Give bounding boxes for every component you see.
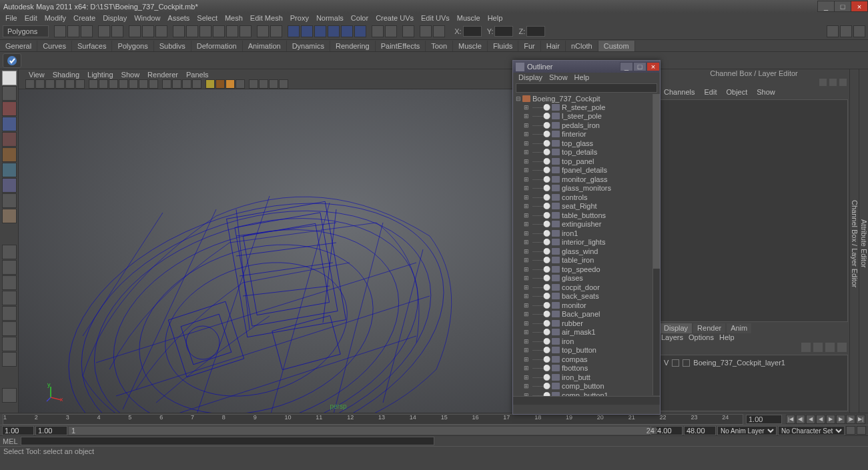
- outliner-item[interactable]: ⊞——⚪rubber: [514, 319, 660, 328]
- shelf-tab-deformation[interactable]: Deformation: [191, 41, 243, 51]
- range-handle[interactable]: 124: [69, 427, 657, 434]
- cb-tab-object[interactable]: Object: [722, 87, 751, 98]
- shelf-tab-fluids[interactable]: Fluids: [488, 41, 518, 51]
- shelf-tab-painteffects[interactable]: PaintEffects: [376, 41, 426, 51]
- outliner-item[interactable]: ⊞——⚪top_glass: [514, 139, 660, 148]
- menu-create-uvs[interactable]: Create UVs: [372, 13, 417, 23]
- vp-ico-2[interactable]: [35, 79, 45, 89]
- open-scene-icon[interactable]: [67, 25, 79, 37]
- vp-ico-5[interactable]: [65, 79, 75, 89]
- render-globals-icon[interactable]: [328, 25, 340, 37]
- outliner-item[interactable]: ⊞——⚪iron: [514, 337, 660, 346]
- prefs-icon[interactable]: [857, 426, 866, 435]
- shelf-tab-animation[interactable]: Animation: [243, 41, 287, 51]
- outliner-toggle-icon[interactable]: [420, 25, 432, 37]
- scale-tool[interactable]: [2, 147, 17, 162]
- outliner-list[interactable]: ⊟ Boeing_737_Cockpit ⊞——⚪R_steer_pole⊞——…: [513, 94, 660, 405]
- history-toggle-icon[interactable]: [270, 25, 282, 37]
- redo-icon[interactable]: [111, 25, 123, 37]
- vpmenu-view[interactable]: View: [25, 71, 48, 79]
- mode-selector[interactable]: Polygons: [3, 25, 49, 37]
- cb-ico2-icon[interactable]: [829, 79, 837, 86]
- outliner-item[interactable]: ⊞——⚪back_seats: [514, 292, 660, 301]
- shelf-tab-dynamics[interactable]: Dynamics: [287, 41, 330, 51]
- outliner-item[interactable]: ⊞——⚪monitor_glass: [514, 175, 660, 184]
- vp-ico-14[interactable]: [162, 79, 171, 89]
- outliner-titlebar[interactable]: Outliner _ □ ×: [513, 61, 660, 73]
- select-component-icon[interactable]: [155, 25, 167, 37]
- step-forward-key-button[interactable]: |▶: [846, 415, 855, 424]
- outliner-menu-display[interactable]: Display: [516, 73, 545, 81]
- outliner-item[interactable]: ⊞——⚪air_mask1: [514, 328, 660, 337]
- step-back-frame-button[interactable]: ◀: [806, 415, 815, 424]
- minimize-button[interactable]: _: [817, 1, 835, 12]
- outliner-min-button[interactable]: _: [620, 62, 633, 71]
- vp-ico-1[interactable]: [25, 79, 35, 89]
- outliner-max-button[interactable]: □: [633, 62, 646, 71]
- menu-display[interactable]: Display: [99, 13, 130, 23]
- outliner-item[interactable]: ⊞——⚪seat_Right: [514, 202, 660, 211]
- coord-y-input[interactable]: [494, 26, 513, 37]
- vp-ico-4[interactable]: [55, 79, 65, 89]
- snap-point-icon[interactable]: [199, 25, 211, 37]
- menu-modify[interactable]: Modify: [41, 13, 69, 23]
- vpmenu-shading[interactable]: Shading: [49, 71, 83, 79]
- layout-anim[interactable]: [2, 352, 17, 367]
- cb-ico1-icon[interactable]: [819, 79, 827, 86]
- layer-ico3-icon[interactable]: [825, 343, 835, 352]
- outliner-item[interactable]: ⊞——⚪top_panel: [514, 157, 660, 166]
- maximize-button[interactable]: □: [834, 1, 851, 12]
- shelf-tab-general[interactable]: General: [0, 41, 37, 51]
- outliner-close-button[interactable]: ×: [646, 62, 660, 71]
- lasso-tool[interactable]: [2, 86, 17, 101]
- channel-list[interactable]: [660, 99, 848, 322]
- ui-element3-icon[interactable]: [853, 25, 865, 37]
- shelf-custom-icon[interactable]: [3, 53, 21, 68]
- layer-chk2[interactable]: [683, 359, 690, 367]
- outliner-vscroll[interactable]: [653, 94, 660, 395]
- vpmenu-show[interactable]: Show: [118, 71, 143, 79]
- layout-graph[interactable]: [2, 337, 17, 351]
- outliner-item[interactable]: ⊞——⚪interior_lights: [514, 238, 660, 247]
- step-back-key-button[interactable]: ◀|: [796, 415, 805, 424]
- ltab-options[interactable]: Options: [689, 333, 714, 343]
- menu-assets[interactable]: Assets: [164, 13, 193, 23]
- menu-mesh[interactable]: Mesh: [222, 13, 246, 23]
- ltab-layers[interactable]: Layers: [661, 333, 683, 343]
- side-tab-channel[interactable]: Channel Box / Layer Editor: [849, 69, 859, 413]
- menu-window[interactable]: Window: [131, 13, 163, 23]
- cb-tab-channels[interactable]: Channels: [660, 87, 699, 98]
- layer-row[interactable]: V Boeing_737_Cockpit_layer1: [663, 357, 845, 368]
- layout-two-v[interactable]: [2, 275, 17, 290]
- autokey-icon[interactable]: [846, 426, 855, 435]
- vp-ico-13[interactable]: [149, 79, 158, 89]
- layer-ico4-icon[interactable]: [837, 343, 847, 352]
- play-back-button[interactable]: ◀: [816, 415, 825, 424]
- outliner-root[interactable]: ⊟ Boeing_737_Cockpit: [514, 94, 660, 103]
- snap-view-icon[interactable]: [240, 25, 252, 37]
- undo-icon[interactable]: [98, 25, 110, 37]
- vp-light-2-icon[interactable]: [215, 79, 225, 89]
- dtab-anim[interactable]: Anim: [727, 323, 751, 333]
- dtab-display[interactable]: Display: [660, 323, 692, 333]
- render-icon[interactable]: [288, 25, 300, 37]
- vp-ico-11[interactable]: [129, 79, 138, 89]
- shelf-tab-toon[interactable]: Toon: [426, 41, 453, 51]
- menu-file[interactable]: File: [2, 13, 21, 23]
- coord-z-input[interactable]: [526, 26, 545, 37]
- snap-plane-icon[interactable]: [213, 25, 225, 37]
- last-tool[interactable]: [2, 193, 17, 208]
- timeline-track[interactable]: 123456789101112131415161718192021222324: [3, 414, 743, 425]
- cb-tab-edit[interactable]: Edit: [700, 87, 721, 98]
- select-hierarchy-icon[interactable]: [129, 25, 141, 37]
- manipulator-tool[interactable]: [2, 163, 17, 177]
- outliner-item[interactable]: ⊞——⚪top_button: [514, 346, 660, 355]
- layout-two-h[interactable]: [2, 291, 17, 305]
- vp-ico-9[interactable]: [109, 79, 118, 89]
- menu-color[interactable]: Color: [348, 13, 372, 23]
- outliner-item[interactable]: ⊞——⚪top_details: [514, 148, 660, 157]
- side-tab-attribute[interactable]: Attribute Editor: [859, 69, 868, 413]
- outliner-item[interactable]: ⊞——⚪comp_button: [514, 382, 660, 391]
- current-time-field[interactable]: 1.00: [746, 415, 782, 424]
- shelf-tab-polygons[interactable]: Polygons: [112, 41, 153, 51]
